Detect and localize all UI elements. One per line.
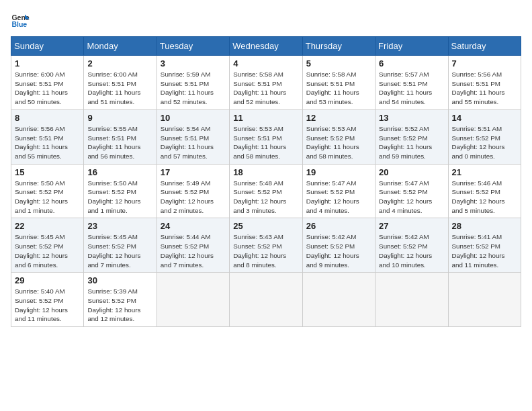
calendar-cell: 27Sunrise: 5:42 AM Sunset: 5:52 PM Dayli… bbox=[375, 218, 448, 273]
calendar-week-row: 1Sunrise: 6:00 AM Sunset: 5:51 PM Daylig… bbox=[11, 56, 521, 110]
svg-text:Blue: Blue bbox=[11, 20, 27, 28]
day-info: Sunrise: 5:56 AM Sunset: 5:51 PM Dayligh… bbox=[15, 124, 80, 161]
day-info: Sunrise: 5:50 AM Sunset: 5:52 PM Dayligh… bbox=[87, 179, 152, 216]
day-number: 4 bbox=[233, 58, 298, 68]
col-header-wednesday: Wednesday bbox=[230, 37, 302, 56]
calendar-header-row: SundayMondayTuesdayWednesdayThursdayFrid… bbox=[11, 37, 521, 56]
calendar-cell bbox=[230, 273, 302, 327]
day-info: Sunrise: 5:47 AM Sunset: 5:52 PM Dayligh… bbox=[379, 179, 444, 216]
calendar-cell: 10Sunrise: 5:54 AM Sunset: 5:51 PM Dayli… bbox=[157, 109, 229, 164]
day-number: 13 bbox=[379, 113, 444, 123]
calendar-cell: 12Sunrise: 5:53 AM Sunset: 5:52 PM Dayli… bbox=[302, 109, 375, 164]
col-header-saturday: Saturday bbox=[448, 37, 521, 56]
day-info: Sunrise: 5:52 AM Sunset: 5:52 PM Dayligh… bbox=[379, 124, 444, 161]
calendar-cell: 19Sunrise: 5:47 AM Sunset: 5:52 PM Dayli… bbox=[302, 164, 375, 218]
calendar-cell bbox=[157, 273, 229, 327]
day-number: 6 bbox=[379, 58, 444, 68]
day-info: Sunrise: 5:50 AM Sunset: 5:52 PM Dayligh… bbox=[15, 179, 80, 216]
day-number: 19 bbox=[306, 167, 371, 177]
day-number: 9 bbox=[87, 113, 152, 123]
col-header-sunday: Sunday bbox=[11, 37, 84, 56]
calendar-cell bbox=[448, 273, 521, 327]
calendar-cell: 22Sunrise: 5:45 AM Sunset: 5:52 PM Dayli… bbox=[11, 218, 84, 273]
calendar-cell: 16Sunrise: 5:50 AM Sunset: 5:52 PM Dayli… bbox=[84, 164, 157, 218]
day-info: Sunrise: 5:51 AM Sunset: 5:52 PM Dayligh… bbox=[452, 124, 517, 161]
calendar-cell: 24Sunrise: 5:44 AM Sunset: 5:52 PM Dayli… bbox=[157, 218, 229, 273]
day-number: 1 bbox=[15, 58, 80, 68]
day-number: 20 bbox=[379, 167, 444, 177]
calendar-cell: 26Sunrise: 5:42 AM Sunset: 5:52 PM Dayli… bbox=[302, 218, 375, 273]
calendar-week-row: 15Sunrise: 5:50 AM Sunset: 5:52 PM Dayli… bbox=[11, 164, 521, 218]
day-info: Sunrise: 5:44 AM Sunset: 5:52 PM Dayligh… bbox=[161, 232, 226, 269]
calendar-cell: 15Sunrise: 5:50 AM Sunset: 5:52 PM Dayli… bbox=[11, 164, 84, 218]
day-info: Sunrise: 5:49 AM Sunset: 5:52 PM Dayligh… bbox=[161, 179, 226, 216]
calendar-cell: 13Sunrise: 5:52 AM Sunset: 5:52 PM Dayli… bbox=[375, 109, 448, 164]
day-info: Sunrise: 5:59 AM Sunset: 5:51 PM Dayligh… bbox=[161, 70, 226, 107]
calendar-cell: 20Sunrise: 5:47 AM Sunset: 5:52 PM Dayli… bbox=[375, 164, 448, 218]
calendar-cell: 28Sunrise: 5:41 AM Sunset: 5:52 PM Dayli… bbox=[448, 218, 521, 273]
calendar-cell: 1Sunrise: 6:00 AM Sunset: 5:51 PM Daylig… bbox=[11, 56, 84, 110]
day-info: Sunrise: 5:53 AM Sunset: 5:52 PM Dayligh… bbox=[306, 124, 371, 161]
day-number: 7 bbox=[452, 58, 517, 68]
day-number: 15 bbox=[15, 167, 80, 177]
logo: General Blue bbox=[11, 11, 35, 30]
calendar-cell bbox=[375, 273, 448, 327]
day-number: 18 bbox=[233, 167, 298, 177]
col-header-friday: Friday bbox=[375, 37, 448, 56]
calendar-cell: 14Sunrise: 5:51 AM Sunset: 5:52 PM Dayli… bbox=[448, 109, 521, 164]
day-number: 26 bbox=[306, 221, 371, 231]
day-info: Sunrise: 5:42 AM Sunset: 5:52 PM Dayligh… bbox=[306, 232, 371, 269]
calendar-cell: 2Sunrise: 6:00 AM Sunset: 5:51 PM Daylig… bbox=[84, 56, 157, 110]
day-number: 29 bbox=[15, 275, 80, 285]
calendar-cell bbox=[302, 273, 375, 327]
day-info: Sunrise: 5:48 AM Sunset: 5:52 PM Dayligh… bbox=[233, 179, 298, 216]
day-number: 22 bbox=[15, 221, 80, 231]
calendar-week-row: 29Sunrise: 5:40 AM Sunset: 5:52 PM Dayli… bbox=[11, 273, 521, 327]
day-number: 5 bbox=[306, 58, 371, 68]
day-number: 2 bbox=[87, 58, 152, 68]
col-header-thursday: Thursday bbox=[302, 37, 375, 56]
calendar-cell: 21Sunrise: 5:46 AM Sunset: 5:52 PM Dayli… bbox=[448, 164, 521, 218]
calendar-cell: 8Sunrise: 5:56 AM Sunset: 5:51 PM Daylig… bbox=[11, 109, 84, 164]
day-number: 23 bbox=[87, 221, 152, 231]
page-header: General Blue bbox=[11, 11, 521, 30]
day-info: Sunrise: 5:45 AM Sunset: 5:52 PM Dayligh… bbox=[15, 232, 80, 269]
calendar-cell: 25Sunrise: 5:43 AM Sunset: 5:52 PM Dayli… bbox=[230, 218, 302, 273]
calendar-cell: 18Sunrise: 5:48 AM Sunset: 5:52 PM Dayli… bbox=[230, 164, 302, 218]
calendar-week-row: 22Sunrise: 5:45 AM Sunset: 5:52 PM Dayli… bbox=[11, 218, 521, 273]
day-number: 24 bbox=[161, 221, 226, 231]
calendar-cell: 29Sunrise: 5:40 AM Sunset: 5:52 PM Dayli… bbox=[11, 273, 84, 327]
day-info: Sunrise: 5:41 AM Sunset: 5:52 PM Dayligh… bbox=[452, 232, 517, 269]
day-info: Sunrise: 5:58 AM Sunset: 5:51 PM Dayligh… bbox=[233, 70, 298, 107]
calendar-cell: 5Sunrise: 5:58 AM Sunset: 5:51 PM Daylig… bbox=[302, 56, 375, 110]
calendar-cell: 9Sunrise: 5:55 AM Sunset: 5:51 PM Daylig… bbox=[84, 109, 157, 164]
day-number: 12 bbox=[306, 113, 371, 123]
day-info: Sunrise: 5:54 AM Sunset: 5:51 PM Dayligh… bbox=[161, 124, 226, 161]
day-number: 10 bbox=[161, 113, 226, 123]
day-number: 30 bbox=[87, 275, 152, 285]
calendar-cell: 4Sunrise: 5:58 AM Sunset: 5:51 PM Daylig… bbox=[230, 56, 302, 110]
day-number: 8 bbox=[15, 113, 80, 123]
day-info: Sunrise: 5:57 AM Sunset: 5:51 PM Dayligh… bbox=[379, 70, 444, 107]
calendar-cell: 11Sunrise: 5:53 AM Sunset: 5:51 PM Dayli… bbox=[230, 109, 302, 164]
day-info: Sunrise: 5:39 AM Sunset: 5:52 PM Dayligh… bbox=[87, 287, 152, 324]
day-info: Sunrise: 5:45 AM Sunset: 5:52 PM Dayligh… bbox=[87, 232, 152, 269]
day-number: 28 bbox=[452, 221, 517, 231]
day-info: Sunrise: 5:42 AM Sunset: 5:52 PM Dayligh… bbox=[379, 232, 444, 269]
day-info: Sunrise: 5:53 AM Sunset: 5:51 PM Dayligh… bbox=[233, 124, 298, 161]
day-info: Sunrise: 5:58 AM Sunset: 5:51 PM Dayligh… bbox=[306, 70, 371, 107]
day-info: Sunrise: 5:56 AM Sunset: 5:51 PM Dayligh… bbox=[452, 70, 517, 107]
day-info: Sunrise: 5:47 AM Sunset: 5:52 PM Dayligh… bbox=[306, 179, 371, 216]
calendar-cell: 3Sunrise: 5:59 AM Sunset: 5:51 PM Daylig… bbox=[157, 56, 229, 110]
calendar-cell: 7Sunrise: 5:56 AM Sunset: 5:51 PM Daylig… bbox=[448, 56, 521, 110]
day-number: 3 bbox=[161, 58, 226, 68]
day-number: 25 bbox=[233, 221, 298, 231]
day-number: 27 bbox=[379, 221, 444, 231]
calendar-cell: 6Sunrise: 5:57 AM Sunset: 5:51 PM Daylig… bbox=[375, 56, 448, 110]
day-info: Sunrise: 5:43 AM Sunset: 5:52 PM Dayligh… bbox=[233, 232, 298, 269]
day-info: Sunrise: 6:00 AM Sunset: 5:51 PM Dayligh… bbox=[87, 70, 152, 107]
calendar-week-row: 8Sunrise: 5:56 AM Sunset: 5:51 PM Daylig… bbox=[11, 109, 521, 164]
calendar-cell: 17Sunrise: 5:49 AM Sunset: 5:52 PM Dayli… bbox=[157, 164, 229, 218]
day-number: 14 bbox=[452, 113, 517, 123]
day-info: Sunrise: 5:46 AM Sunset: 5:52 PM Dayligh… bbox=[452, 179, 517, 216]
